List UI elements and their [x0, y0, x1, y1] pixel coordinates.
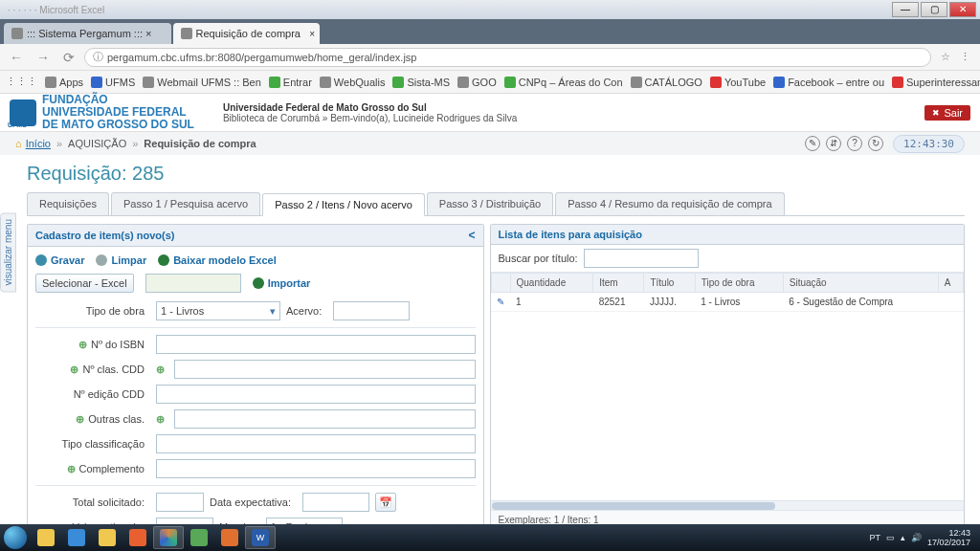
baixar-excel-button[interactable]: Baixar modelo Excel [158, 254, 277, 266]
collapse-icon[interactable]: < [469, 229, 476, 242]
taskbar-app[interactable] [214, 526, 245, 549]
bookmark-item[interactable]: GOO [457, 77, 497, 88]
bookmark-item[interactable]: CATÁLOGO [631, 77, 702, 88]
input-acervo[interactable] [333, 301, 410, 320]
address-bar: ← → ⟳ ⓘ pergamum.cbc.ufms.br:8080/pergam… [0, 44, 980, 71]
bookmark-icon [773, 77, 785, 88]
close-tab-icon[interactable]: × [309, 29, 315, 39]
window-minimize[interactable]: — [892, 2, 919, 17]
col-tipo-obra[interactable]: Tipo de obra [695, 274, 783, 293]
window-maximize[interactable]: ▢ [921, 2, 947, 17]
bookmark-star-icon[interactable]: ☆ [941, 51, 950, 63]
col-item[interactable]: Item [593, 274, 644, 293]
bookmark-item[interactable]: WebQualis [320, 77, 386, 88]
importar-button[interactable]: Importar [253, 277, 311, 289]
input-tipo-class[interactable] [156, 434, 476, 453]
input-data-exp[interactable] [302, 493, 369, 512]
input-outras-clas[interactable] [174, 409, 476, 429]
tool-icon[interactable]: ↻ [868, 136, 883, 151]
step-tabs: Requisições Passo 1 / Pesquisa acervo Pa… [27, 192, 965, 216]
tab-passo4[interactable]: Passo 4 / Resumo da requisição de compra [555, 192, 784, 215]
system-tray: PT ▭ ▴ 🔊 12:43 17/02/2017 [869, 528, 976, 547]
horizontal-scrollbar[interactable] [491, 500, 964, 510]
breadcrumb-home[interactable]: Início [26, 138, 51, 149]
taskbar-app[interactable] [122, 526, 153, 549]
logout-button[interactable]: Sair [924, 105, 970, 121]
gravar-button[interactable]: Gravar [35, 254, 84, 266]
edit-row-icon[interactable]: ✎ [497, 297, 504, 307]
browser-tab-2[interactable]: Requisição de compra × [173, 23, 320, 44]
input-clas-cdd[interactable] [174, 360, 476, 379]
add-icon[interactable]: ⊕ [76, 413, 84, 425]
limpar-button[interactable]: Limpar [96, 254, 146, 266]
window-close[interactable]: ✕ [949, 2, 976, 17]
reload-button[interactable]: ⟳ [59, 50, 78, 65]
bookmark-item[interactable]: Superinteressante [892, 77, 980, 88]
bookmark-item[interactable]: YouTube [710, 77, 766, 88]
tray-volume-icon[interactable]: 🔊 [911, 533, 922, 542]
apps-icon[interactable]: ⋮⋮⋮ [6, 76, 37, 88]
breadcrumb-section: AQUISIÇÃO [68, 138, 126, 149]
col-a[interactable]: A [938, 274, 963, 293]
tab-passo1[interactable]: Passo 1 / Pesquisa acervo [111, 192, 260, 215]
forward-button[interactable]: → [33, 50, 54, 65]
select-tipo-obra[interactable]: 1 - Livros▾ [156, 301, 280, 320]
input-complemento[interactable] [156, 459, 476, 478]
bookmark-item[interactable]: Facebook – entre ou [773, 77, 884, 88]
tab-passo3[interactable]: Passo 3 / Distribuição [427, 192, 553, 215]
taskbar-app-word[interactable]: W [245, 526, 276, 549]
taskbar-app[interactable] [92, 526, 122, 549]
bookmark-item[interactable]: CNPq – Áreas do Con [504, 77, 623, 88]
tray-lang[interactable]: PT [869, 533, 880, 542]
bookmark-item[interactable]: Entrar [269, 77, 312, 88]
add-icon[interactable]: ⊕ [67, 463, 76, 474]
bookmark-icon [392, 77, 404, 88]
col-quantidade[interactable]: Quantidade [510, 274, 593, 293]
bookmark-item[interactable]: Apps [45, 77, 83, 88]
bookmark-icon [892, 77, 903, 88]
taskbar-app[interactable] [61, 526, 92, 549]
side-menu-toggle[interactable]: visualizar menu [0, 212, 16, 292]
browser-menu-icon[interactable]: ⋮ [956, 51, 974, 63]
label-tipo-obra: Tipo de obra [35, 305, 150, 317]
input-buscar-titulo[interactable] [584, 249, 699, 268]
tray-time[interactable]: 12:43 [927, 528, 970, 538]
taskbar-app[interactable] [31, 526, 61, 549]
tray-date[interactable]: 17/02/2017 [927, 538, 970, 547]
label-edicao-cdd: Nº edição CDD [35, 388, 150, 400]
add-icon[interactable]: ⊕ [156, 413, 165, 426]
start-button[interactable] [4, 526, 27, 549]
label-total-solicitado: Total solicitado: [35, 496, 150, 508]
tab-passo2[interactable]: Passo 2 / Itens / Novo acervo [262, 193, 425, 216]
input-total-solicitado[interactable] [156, 493, 204, 512]
calendar-icon[interactable]: 📅 [375, 493, 396, 512]
input-edicao-cdd[interactable] [156, 385, 476, 404]
browser-tab-strip: ::: Sistema Pergamum ::: × Requisição de… [0, 19, 980, 44]
tab-label: Requisição de compra [196, 28, 301, 39]
tray-flag-icon[interactable]: ▭ [886, 533, 895, 542]
add-icon[interactable]: ⊕ [156, 364, 165, 376]
taskbar-app[interactable] [184, 526, 214, 549]
tab-requisicoes[interactable]: Requisições [27, 192, 109, 215]
col-situacao[interactable]: Situação [783, 274, 938, 293]
add-icon[interactable]: ⊕ [78, 339, 87, 350]
input-isbn[interactable] [156, 335, 476, 354]
tool-icon[interactable]: ✎ [805, 136, 820, 151]
back-button[interactable]: ← [6, 50, 27, 65]
selecionar-excel-button[interactable]: Selecionar - Excel [35, 274, 134, 293]
bookmark-item[interactable]: Webmail UFMS :: Ben [143, 77, 261, 88]
ufms-logo [10, 99, 36, 126]
table-row[interactable]: ✎ 1 82521 JJJJJ. 1 - Livros 6 - Sugestão… [491, 293, 963, 312]
home-icon[interactable]: ⌂ [15, 138, 22, 149]
browser-tab-1[interactable]: ::: Sistema Pergamum ::: × [4, 23, 171, 44]
tray-icon[interactable]: ▴ [901, 533, 905, 542]
col-titulo[interactable]: Título [644, 274, 695, 293]
url-input[interactable]: ⓘ pergamum.cbc.ufms.br:8080/pergamumweb/… [84, 48, 931, 67]
bookmark-item[interactable]: Sista-MS [392, 77, 450, 88]
breadcrumb: ⌂ Início » AQUISIÇÃO » Requisição de com… [0, 132, 980, 155]
tool-icon[interactable]: ⇵ [826, 136, 841, 151]
bookmark-item[interactable]: UFMS [91, 77, 135, 88]
help-icon[interactable]: ? [847, 136, 862, 151]
add-icon[interactable]: ⊕ [70, 364, 78, 375]
taskbar-app-chrome[interactable] [153, 526, 184, 549]
